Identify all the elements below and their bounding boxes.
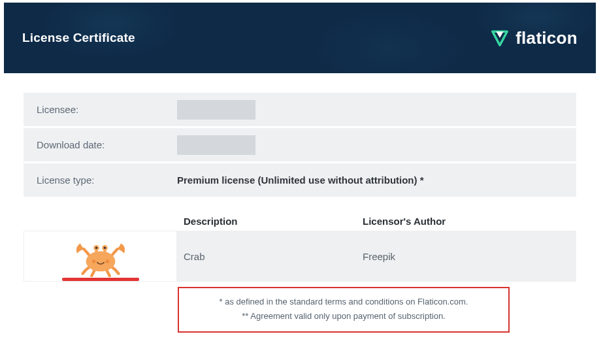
asset-author: Freepik [360,231,576,282]
footnote-box: * as defined in the standard terms and c… [178,287,510,333]
col-description: Description [177,216,360,227]
download-date-label: Download date: [24,128,177,161]
asset-icon-cell [24,231,177,282]
brand-name: flaticon [515,28,578,48]
asset-table-head: Description Licensor's Author [24,216,576,231]
footnote-1: * as defined in the standard terms and c… [187,295,500,309]
asset-underline [62,278,139,281]
row-download-date: Download date: [24,128,576,163]
redacted-block [177,100,255,120]
row-licensee: Licensee: [24,93,576,128]
svg-point-6 [103,247,105,249]
licensee-label: Licensee: [24,93,177,126]
brand: flaticon [491,28,578,48]
license-info-table: Licensee: Download date: License type: P… [24,93,576,199]
svg-point-5 [95,247,97,249]
license-type-value: Premium license (Unlimited use without a… [177,163,576,197]
row-license-type: License type: Premium license (Unlimited… [24,163,576,199]
crab-icon [73,237,129,280]
license-type-label: License type: [24,163,177,197]
col-author: Licensor's Author [360,216,576,227]
download-date-value [177,128,576,161]
svg-point-0 [86,251,115,271]
svg-point-8 [105,259,108,263]
asset-table: Description Licensor's Author [24,216,576,282]
asset-row: Crab Freepik [24,231,576,282]
asset-description: Crab [177,231,360,282]
flaticon-logo-icon [491,29,509,47]
page-title: License Certificate [22,31,135,45]
footnote-2: ** Agreement valid only upon payment of … [187,309,500,323]
redacted-block [177,135,255,155]
certificate-header: License Certificate flaticon [4,3,596,73]
licensee-value [177,93,576,126]
svg-point-7 [92,259,95,263]
